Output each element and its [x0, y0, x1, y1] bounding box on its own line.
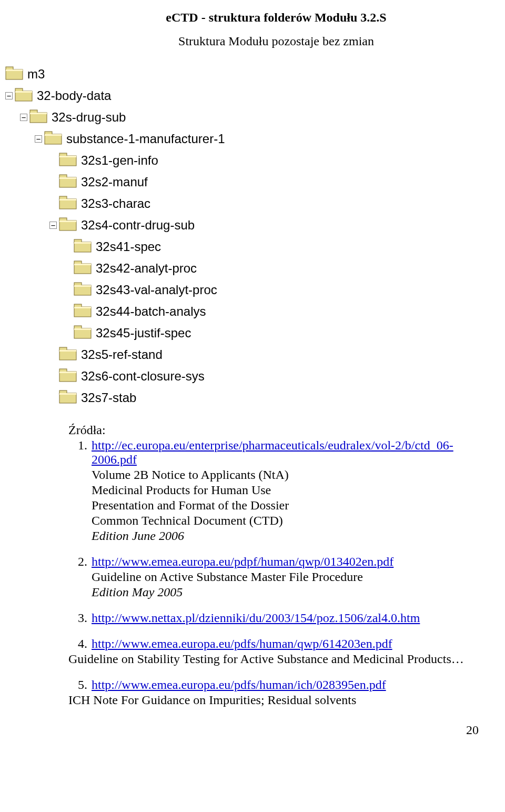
svg-rect-47	[59, 393, 76, 395]
tree-node: −32s4-contr-drug-sub	[5, 214, 279, 236]
svg-rect-14	[59, 156, 76, 157]
folder-icon	[59, 346, 81, 364]
folder-icon	[5, 65, 27, 83]
tree-node: −32-body-data	[5, 85, 279, 106]
svg-rect-38	[74, 328, 91, 330]
reference-link[interactable]: http://www.emea.europa.eu/pdfs/human/qwp…	[92, 637, 392, 650]
folder-icon	[74, 303, 96, 320]
reference-number: 2.	[68, 555, 92, 569]
tree-node-label: 32s7-stab	[81, 390, 136, 405]
reference-link[interactable]: http://ec.europa.eu/enterprise/pharmaceu…	[92, 438, 453, 466]
tree-node: 32s44-batch-analys	[5, 300, 279, 322]
page-subtitle: Struktura Modułu pozostaje bez zmian	[68, 34, 484, 48]
tree-node-label: 32s43-val-analyt-proc	[96, 283, 217, 297]
folder-icon	[59, 367, 81, 385]
reference-link[interactable]: http://www.emea.europa.eu/pdpf/human/qwp…	[92, 555, 393, 568]
folder-icon	[29, 108, 52, 126]
folder-icon	[74, 324, 96, 342]
svg-rect-41	[59, 350, 76, 352]
reference-number: 3.	[68, 611, 92, 625]
tree-node: 32s6-cont-closure-sys	[5, 365, 279, 387]
tree-expander-icon[interactable]: −	[49, 222, 57, 229]
svg-rect-5	[15, 91, 32, 93]
svg-rect-26	[74, 242, 91, 244]
reference-text: Presentation and Format of the Dossier	[92, 498, 484, 513]
tree-node-label: 32s41-spec	[96, 239, 161, 254]
reference-number: 5.	[68, 678, 92, 692]
reference-link[interactable]: http://www.nettax.pl/dzienniki/du/2003/1…	[92, 611, 420, 625]
reference-text: Guideline on Active Substance Master Fil…	[92, 570, 484, 584]
tree-node-label: 32s-drug-sub	[52, 110, 126, 125]
tree-node: 32s7-stab	[5, 387, 279, 408]
tree-node-label: 32-body-data	[37, 88, 111, 103]
tree-node: m3	[5, 63, 279, 85]
svg-rect-35	[74, 307, 91, 308]
reference-edition: Edition June 2006	[92, 529, 484, 543]
tree-node-label: 32s1-gen-info	[81, 153, 158, 168]
reference-item: 4.http://www.emea.europa.eu/pdfs/human/q…	[68, 637, 484, 666]
page-title: eCTD - struktura folderów Modułu 3.2.S	[68, 11, 484, 25]
reference-item: 5.http://www.emea.europa.eu/pdfs/human/i…	[68, 678, 484, 707]
tree-node-label: 32s5-ref-stand	[81, 347, 163, 362]
tree-node-label: 32s2-manuf	[81, 175, 148, 189]
tree-node: 32s41-spec	[5, 236, 279, 257]
reference-edition: Edition May 2005	[92, 585, 484, 599]
reference-description: Guideline on Stability Testing for Activ…	[68, 652, 484, 666]
tree-node-label: 32s4-contr-drug-sub	[81, 218, 195, 233]
svg-rect-29	[74, 264, 91, 265]
reference-item: 1.http://ec.europa.eu/enterprise/pharmac…	[68, 438, 484, 543]
tree-node: 32s2-manuf	[5, 171, 279, 193]
folder-icon	[44, 130, 66, 148]
tree-node-label: m3	[27, 67, 45, 82]
svg-rect-17	[59, 177, 76, 179]
tree-node: −substance-1-manufacturer-1	[5, 128, 279, 149]
tree-node-label: substance-1-manufacturer-1	[66, 132, 225, 146]
folder-icon	[15, 87, 37, 105]
tree-node-label: 32s3-charac	[81, 196, 150, 211]
reference-item: 3.http://www.nettax.pl/dzienniki/du/2003…	[68, 611, 484, 625]
folder-icon	[59, 216, 81, 234]
folder-icon	[59, 173, 81, 191]
tree-node: 32s1-gen-info	[5, 149, 279, 171]
reference-text: Common Technical Document (CTD)	[92, 514, 484, 528]
tree-node: 32s5-ref-stand	[5, 344, 279, 365]
svg-rect-8	[30, 113, 47, 114]
tree-node-label: 32s6-cont-closure-sys	[81, 369, 205, 384]
svg-rect-20	[59, 199, 76, 201]
svg-rect-32	[74, 285, 91, 287]
reference-number: 1.	[68, 438, 92, 467]
svg-rect-23	[59, 220, 76, 222]
reference-item: 2.http://www.emea.europa.eu/pdpf/human/q…	[68, 555, 484, 599]
svg-rect-11	[45, 134, 62, 136]
folder-icon	[59, 389, 81, 407]
tree-node: 32s43-val-analyt-proc	[5, 279, 279, 300]
reference-text: Volume 2B Notice to Applicants (NtA)	[92, 468, 484, 482]
tree-expander-icon[interactable]: −	[5, 92, 13, 99]
folder-icon	[59, 195, 81, 213]
folder-icon	[74, 281, 96, 299]
reference-number: 4.	[68, 637, 92, 651]
tree-node-label: 32s45-justif-spec	[96, 326, 191, 340]
tree-node: 32s3-charac	[5, 193, 279, 214]
tree-node: −32s-drug-sub	[5, 106, 279, 128]
reference-description: ICH Note For Guidance on Impurities; Res…	[68, 693, 484, 707]
reference-text: Medicinal Products for Human Use	[92, 483, 484, 497]
sources-heading: Źródła:	[68, 423, 484, 437]
page-number: 20	[68, 723, 484, 737]
sources-section: Źródła: 1.http://ec.europa.eu/enterprise…	[68, 423, 484, 707]
folder-icon	[59, 152, 81, 169]
tree-node: 32s42-analyt-proc	[5, 257, 279, 279]
tree-node: 32s45-justif-spec	[5, 322, 279, 344]
folder-icon	[74, 238, 96, 256]
svg-rect-2	[6, 69, 23, 71]
tree-expander-icon[interactable]: −	[35, 135, 42, 143]
tree-node-label: 32s44-batch-analys	[96, 304, 206, 319]
folder-tree: m3−32-body-data−32s-drug-sub−substance-1…	[0, 63, 279, 408]
svg-rect-44	[59, 372, 76, 373]
tree-node-label: 32s42-analyt-proc	[96, 261, 197, 276]
reference-link[interactable]: http://www.emea.europa.eu/pdfs/human/ich…	[92, 678, 386, 691]
tree-expander-icon[interactable]: −	[20, 114, 27, 121]
folder-icon	[74, 259, 96, 277]
